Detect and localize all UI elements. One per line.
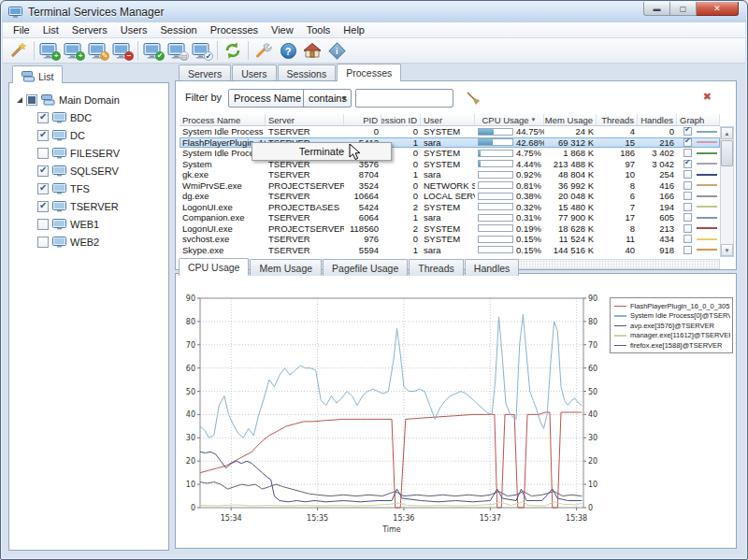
broom-icon[interactable] [466,91,481,108]
table-row-wmiprvse-exe[interactable]: WmiPrvSE.exePROJECTSERVER35240NETWORK SE… [180,180,720,192]
table-row-logonui-exe[interactable]: LogonUI.exePROJECTSERVER1185602SYSTEM0.1… [180,223,720,235]
tree-item-bdc[interactable]: BDC [15,108,168,126]
checkbox-dc[interactable] [37,130,49,141]
checkbox-tserver[interactable] [37,201,49,212]
table-row-dg-exe[interactable]: dg.exeTSERVER106640LOCAL SERVICE0.38%20 … [180,191,720,202]
add-server-button[interactable]: + [37,39,62,62]
tab-users[interactable]: Users [232,65,276,81]
checkbox-bdc[interactable] [37,112,49,123]
about-button[interactable]: i [324,39,349,62]
menu-tools[interactable]: Tools [300,23,338,36]
graph-checkbox[interactable] [683,170,692,179]
chart-tab-threads[interactable]: Threads [409,259,464,276]
table-row-logonui-exe[interactable]: LogonUI.exePROJECTBASES54242SYSTEM0.32%1… [180,202,720,213]
column-header-user[interactable]: User [421,114,475,125]
graph-checkbox[interactable] [683,160,692,168]
tree-item-web2[interactable]: WEB2 [15,233,168,251]
checkbox-main-domain[interactable] [26,94,37,106]
menu-users[interactable]: Users [114,23,154,36]
graph-checkbox[interactable] [683,203,692,211]
graph-checkbox[interactable] [683,127,692,136]
column-header-process-name[interactable]: Process Name [180,114,266,125]
checkbox-sqlserv[interactable] [37,165,49,177]
graph-checkbox[interactable] [683,235,692,243]
column-header-session-id[interactable]: Session ID [381,114,421,125]
graph-checkbox[interactable] [683,181,692,190]
tree-item-fileserv[interactable]: FILESERV [15,144,168,162]
tree-root-main-domain[interactable]: Main Domain [15,91,168,108]
remove-server-button[interactable]: − [110,39,135,62]
tree-item-tfs[interactable]: TFS [15,179,168,197]
column-header-mem-usage[interactable]: Mem Usage [544,114,597,125]
graph-checkbox[interactable] [683,213,692,222]
maximize-button[interactable]: ▢ [670,2,697,16]
menu-processes[interactable]: Processes [204,23,265,36]
graph-checkbox[interactable] [683,149,692,157]
scroll-up-arrow[interactable]: ▲ [721,127,733,139]
table-header[interactable]: Process NameServerPIDSession IDUserCPU U… [180,114,720,126]
chart-tab-pagefile-usage[interactable]: Pagefile Usage [323,259,408,276]
tab-sessions[interactable]: Sessions [278,65,337,81]
menu-list[interactable]: List [36,23,65,36]
column-header-server[interactable]: Server [266,114,344,125]
filter-operator-select[interactable]: contains▼ [303,89,352,108]
connect-server-button[interactable]: ✔ [141,39,165,62]
chart-tab-mem-usage[interactable]: Mem Usage [250,259,322,276]
title-bar[interactable]: Terminal Services Manager ▬ ▢ ✕ [2,2,746,22]
column-header-graph[interactable]: Graph [677,114,720,125]
expander-icon[interactable] [15,95,24,105]
table-row-companion-exe[interactable]: Companion.exeTSERVER60641sara0.31%77 900… [180,212,720,223]
table-row-system-idle-process[interactable]: System Idle ProcessTSERVER00SYSTEM44.75%… [180,126,720,137]
session-tasks-button[interactable]: ✔ [190,39,214,62]
settings-wrench-button[interactable] [252,39,276,62]
tree-item-sqlserv[interactable]: SQLSERV [15,162,168,179]
menu-session[interactable]: Session [154,23,204,36]
chart-tab-cpu-usage[interactable]: CPU Usage [179,258,249,276]
column-header-threads[interactable]: Threads [597,114,638,125]
table-row-skype-exe[interactable]: Skype.exeTSERVER55941sara0.15%144 516 K4… [180,245,720,256]
tree-item-web1[interactable]: WEB1 [15,215,168,233]
graph-checkbox[interactable] [683,246,692,254]
menu-servers[interactable]: Servers [65,23,114,36]
checkbox-fileserv[interactable] [37,148,49,159]
wizard-button[interactable] [7,39,31,62]
tab-processes[interactable]: Processes [337,64,401,81]
tree-item-tserver[interactable]: TSERVER [15,197,168,215]
filter-value-input[interactable] [355,89,453,108]
scrollbar-thumb[interactable] [721,140,733,166]
tree-item-dc[interactable]: DC [15,126,168,144]
cpu-bar [478,128,513,136]
cell-user: SYSTEM [421,223,475,234]
menu-view[interactable]: View [265,23,300,36]
close-button[interactable]: ✕ [697,2,739,16]
table-row-gk-exe[interactable]: gk.exeTSERVER87041sara0.92%48 804 K10254 [180,169,720,180]
new-session-button[interactable]: ▤ [165,39,190,62]
minimize-button[interactable]: ▬ [643,2,670,16]
checkbox-web1[interactable] [37,219,49,230]
refresh-button[interactable] [221,39,245,62]
graph-checkbox[interactable] [683,224,692,233]
graph-checkbox[interactable] [683,138,692,147]
menu-file[interactable]: File [7,23,36,36]
vertical-scrollbar[interactable]: ▲ ▼ [720,126,734,257]
red-x-icon[interactable]: ✖ [703,91,712,103]
add-server-group-button[interactable]: + [62,39,86,62]
toolbar-separator [34,41,35,60]
checkbox-tfs[interactable] [37,183,49,194]
context-menu-item-terminate[interactable]: Terminate [299,146,344,157]
cell-threads: 17 [597,212,638,223]
column-header-cpu-usage[interactable]: CPU Usage▼ [475,114,544,125]
tab-servers[interactable]: Servers [179,65,231,81]
menu-help[interactable]: Help [337,23,371,36]
table-row-svchost-exe[interactable]: svchost.exeTSERVER9760SYSTEM0.15%11 524 … [180,234,720,245]
edit-server-button[interactable]: ✎ [86,39,110,62]
tab-list[interactable]: List [12,65,63,83]
chart-tab-handles[interactable]: Handles [465,259,520,276]
column-header-pid[interactable]: PID [344,114,381,125]
help-button[interactable]: ? [276,39,300,62]
graph-checkbox[interactable] [683,192,692,200]
column-header-handles[interactable]: Handles [638,114,677,125]
home-button[interactable] [300,39,324,62]
scroll-down-arrow[interactable]: ▼ [721,244,733,256]
checkbox-web2[interactable] [37,237,49,248]
